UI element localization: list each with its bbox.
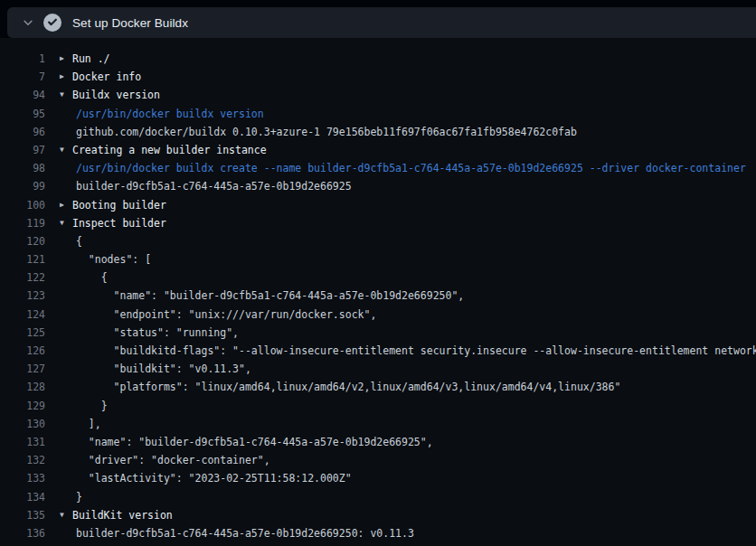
output-text: "endpoint": "unix:///var/run/docker.sock…	[76, 306, 376, 324]
line-number[interactable]: 129	[0, 397, 45, 415]
output-text: }	[76, 397, 108, 415]
group-expanded-icon[interactable]: ▼	[60, 214, 72, 232]
line-number[interactable]: 127	[0, 360, 45, 378]
check-circle-icon	[43, 14, 61, 32]
output-text: "name": "builder-d9cfb5a1-c764-445a-a57e…	[76, 433, 433, 451]
log-group-header[interactable]: ▶Run ./	[60, 50, 110, 68]
group-title: Buildx version	[72, 86, 160, 104]
log-line: 120{	[0, 232, 756, 250]
output-text: ],	[76, 415, 101, 433]
log-line: 132 "driver": "docker-container",	[0, 451, 756, 469]
step-title: Set up Docker Buildx	[72, 16, 188, 30]
line-number[interactable]: 125	[0, 324, 45, 342]
step-header[interactable]: Set up Docker Buildx	[7, 7, 756, 38]
output-text: builder-d9cfb5a1-c764-445a-a57e-0b19d2e6…	[76, 177, 352, 195]
line-number[interactable]: 130	[0, 415, 45, 433]
log-group-header[interactable]: ▶Booting builder	[60, 196, 166, 214]
group-expanded-icon[interactable]: ▼	[60, 141, 72, 159]
output-text: builder-d9cfb5a1-c764-445a-a57e-0b19d2e6…	[76, 524, 414, 542]
line-number[interactable]: 95	[0, 105, 45, 123]
output-text: "status": "running",	[76, 324, 239, 342]
line-number[interactable]: 135	[0, 506, 45, 524]
group-title: Inspect builder	[72, 214, 166, 232]
log-lines: 1▶Run ./7▶Docker info94▼Buildx version95…	[0, 38, 756, 542]
log-line: 119▼Inspect builder	[0, 214, 756, 232]
log-line: 133 "lastActivity": "2023-02-25T11:58:12…	[0, 469, 756, 487]
log-line: 124 "endpoint": "unix:///var/run/docker.…	[0, 306, 756, 324]
line-number[interactable]: 1	[0, 50, 45, 68]
output-text: "driver": "docker-container",	[76, 451, 270, 469]
log-line: 123 "name": "builder-d9cfb5a1-c764-445a-…	[0, 287, 756, 305]
output-text: "lastActivity": "2023-02-25T11:58:12.000…	[76, 469, 352, 487]
line-number[interactable]: 133	[0, 469, 45, 487]
group-title: Run ./	[72, 50, 110, 68]
group-title: Docker info	[72, 68, 141, 86]
command-text: /usr/bin/docker buildx version	[76, 105, 264, 123]
log-line: 94▼Buildx version	[0, 86, 756, 104]
group-collapsed-icon[interactable]: ▶	[60, 196, 72, 214]
log-line: 126 "buildkitd-flags": "--allow-insecure…	[0, 342, 756, 360]
line-number[interactable]: 97	[0, 141, 45, 159]
log-line: 121 "nodes": [	[0, 250, 756, 268]
line-number[interactable]: 98	[0, 159, 45, 177]
log-line: 134}	[0, 488, 756, 506]
log-line: 99builder-d9cfb5a1-c764-445a-a57e-0b19d2…	[0, 177, 756, 195]
log-line: 135▼BuildKit version	[0, 506, 756, 524]
log-line: 96github.com/docker/buildx 0.10.3+azure-…	[0, 123, 756, 141]
header-strip: Set up Docker Buildx	[0, 0, 756, 38]
log-line: 128 "platforms": "linux/amd64,linux/amd6…	[0, 378, 756, 396]
log-line: 127 "buildkit": "v0.11.3",	[0, 360, 756, 378]
output-text: "buildkitd-flags": "--allow-insecure-ent…	[76, 342, 756, 360]
output-text: }	[76, 488, 82, 506]
log-group-header[interactable]: ▶Docker info	[60, 68, 141, 86]
line-number[interactable]: 124	[0, 306, 45, 324]
output-text: {	[76, 232, 82, 250]
group-expanded-icon[interactable]: ▼	[60, 86, 72, 104]
log-line: 1▶Run ./	[0, 50, 756, 68]
line-number[interactable]: 121	[0, 250, 45, 268]
line-number[interactable]: 131	[0, 433, 45, 451]
log-line: 97▼Creating a new builder instance	[0, 141, 756, 159]
line-number[interactable]: 94	[0, 86, 45, 104]
line-number[interactable]: 120	[0, 232, 45, 250]
log-group-header[interactable]: ▼Creating a new builder instance	[60, 141, 267, 159]
group-title: Creating a new builder instance	[72, 141, 267, 159]
line-number[interactable]: 136	[0, 524, 45, 542]
line-number[interactable]: 96	[0, 123, 45, 141]
log-line: 122 {	[0, 268, 756, 287]
log-line: 125 "status": "running",	[0, 324, 756, 342]
output-text: {	[76, 268, 108, 287]
group-title: BuildKit version	[72, 506, 173, 524]
line-number[interactable]: 7	[0, 68, 45, 86]
command-text: /usr/bin/docker buildx create --name bui…	[76, 159, 746, 177]
log-line: 95/usr/bin/docker buildx version	[0, 105, 756, 123]
output-text: "name": "builder-d9cfb5a1-c764-445a-a57e…	[76, 287, 464, 305]
group-title: Booting builder	[72, 196, 166, 214]
log-line: 130 ],	[0, 415, 756, 433]
log-group-header[interactable]: ▼BuildKit version	[60, 506, 173, 524]
output-text: "platforms": "linux/amd64,linux/amd64/v2…	[76, 378, 620, 396]
log-line: 136builder-d9cfb5a1-c764-445a-a57e-0b19d…	[0, 524, 756, 542]
log-line: 7▶Docker info	[0, 68, 756, 86]
line-number[interactable]: 132	[0, 451, 45, 469]
line-number[interactable]: 134	[0, 488, 45, 506]
line-number[interactable]: 123	[0, 287, 45, 305]
group-expanded-icon[interactable]: ▼	[60, 506, 72, 524]
line-number[interactable]: 122	[0, 268, 45, 287]
line-number[interactable]: 128	[0, 378, 45, 396]
log-line: 131 "name": "builder-d9cfb5a1-c764-445a-…	[0, 433, 756, 451]
group-collapsed-icon[interactable]: ▶	[60, 50, 72, 68]
chevron-down-icon[interactable]	[22, 16, 34, 29]
log-group-header[interactable]: ▼Inspect builder	[60, 214, 166, 232]
log-line: 100▶Booting builder	[0, 196, 756, 214]
line-number[interactable]: 126	[0, 342, 45, 360]
group-collapsed-icon[interactable]: ▶	[60, 68, 72, 86]
line-number[interactable]: 100	[0, 196, 45, 214]
log-group-header[interactable]: ▼Buildx version	[60, 86, 160, 104]
log-line: 98/usr/bin/docker buildx create --name b…	[0, 159, 756, 177]
line-number[interactable]: 99	[0, 177, 45, 195]
line-number[interactable]: 119	[0, 214, 45, 232]
output-text: "buildkit": "v0.11.3",	[76, 360, 251, 378]
log-line: 129 }	[0, 397, 756, 415]
output-text: "nodes": [	[76, 250, 151, 268]
